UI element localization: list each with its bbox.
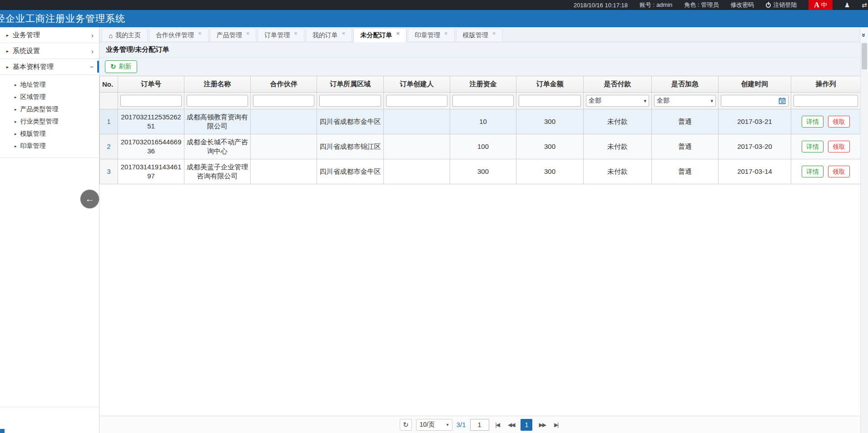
pagination-refresh-button[interactable]: ↻ — [400, 419, 412, 431]
chevron-down-icon: › — [89, 66, 96, 68]
sidebar-item-basic-data-mgmt[interactable]: ▸ 基本资料管理 › — [0, 59, 99, 75]
toolbar: ↻ 刷新 — [99, 58, 868, 76]
page-size-select[interactable]: 10/页 ▾ — [416, 419, 452, 431]
logout-link[interactable]: 注销登陆 — [766, 1, 797, 9]
bullet-icon: ▸ — [15, 144, 17, 148]
tab-seal-mgmt[interactable]: 印章管理 × — [408, 29, 455, 42]
filter-paid-select[interactable]: 全部 ▾ — [586, 95, 649, 107]
sidebar-item-business-mgmt[interactable]: ▸ 业务管理 › — [0, 27, 99, 43]
cell-region: 四川省成都市金牛区 — [317, 109, 384, 134]
language-zh: 中 — [821, 1, 827, 9]
filter-creator-input[interactable] — [386, 95, 447, 107]
sidebar-item-seal-mgmt[interactable]: ▸ 印章管理 — [0, 140, 99, 152]
close-icon[interactable]: × — [342, 30, 346, 37]
cell-reg-capital: 100 — [450, 134, 516, 159]
tab-label: 我的订单 — [312, 31, 338, 39]
sidebar-item-system-settings[interactable]: ▸ 系统设置 › — [0, 43, 99, 59]
cell-created: 2017-03-20 — [719, 134, 791, 159]
filter-reg-capital-input[interactable] — [452, 95, 514, 107]
tab-overflow-button[interactable]: » — [860, 28, 868, 42]
tab-my-orders[interactable]: 我的订单 × — [306, 29, 352, 42]
col-reg-capital: 注册资金 — [450, 76, 516, 93]
breadcrumb-text: 业务管理/未分配订单 — [106, 45, 169, 54]
cell-partner — [251, 134, 317, 159]
prev-page-button[interactable]: ◀◀ — [506, 422, 516, 428]
tab-label: 未分配订单 — [360, 31, 392, 39]
bullet-icon: ▸ — [15, 107, 17, 112]
current-page-button[interactable]: 1 — [521, 419, 532, 431]
logout-label: 注销登陆 — [773, 1, 797, 9]
last-page-button[interactable]: ▶| — [552, 422, 560, 428]
filter-reg-name-input[interactable] — [187, 95, 248, 107]
filter-amount-input[interactable] — [519, 95, 581, 107]
tab-product-mgmt[interactable]: 产品管理 × — [210, 29, 257, 42]
refresh-label: 刷新 — [119, 63, 132, 71]
refresh-button[interactable]: ↻ 刷新 — [105, 60, 137, 73]
cell-reg-capital: 10 — [450, 109, 516, 134]
close-icon[interactable]: × — [198, 30, 202, 37]
table-row[interactable]: 2 201703201654466936 成都金长城不动产咨询中心 四川省成都市… — [100, 134, 861, 159]
language-a: A — [814, 1, 819, 9]
claim-button[interactable]: 领取 — [828, 166, 850, 178]
col-created: 创建时间 — [719, 76, 791, 93]
detail-button[interactable]: 详情 — [802, 116, 823, 128]
change-password-link[interactable]: 修改密码 — [730, 1, 754, 9]
close-icon[interactable]: × — [396, 30, 400, 37]
close-icon[interactable]: × — [444, 30, 448, 37]
power-icon — [766, 3, 771, 8]
collapse-sidebar-button[interactable]: ← — [80, 190, 99, 208]
tab-unassigned-orders[interactable]: 未分配订单 × — [353, 28, 407, 42]
claim-button[interactable]: 领取 — [828, 141, 850, 153]
table-row[interactable]: 3 201703141914346197 成都美蓝子企业管理咨询有限公司 四川省… — [100, 159, 861, 184]
topbar: 2018/10/16 10:17:18 账号 : admin 角色 : 管理员 … — [0, 0, 868, 10]
filter-region-input[interactable] — [319, 95, 381, 107]
cell-region: 四川省成都市金牛区 — [317, 159, 384, 184]
tab-label: 我的主页 — [115, 31, 141, 39]
col-paid: 是否付款 — [584, 76, 652, 93]
col-creator: 订单创建人 — [384, 76, 450, 93]
filter-created-date-input[interactable] — [721, 95, 789, 107]
filter-actions-input[interactable] — [794, 95, 858, 107]
tab-partner-mgmt[interactable]: 合作伙伴管理 × — [149, 29, 208, 42]
first-page-button[interactable]: |◀ — [493, 422, 501, 428]
double-chevron-icon: » — [860, 33, 868, 37]
sidebar-item-template-mgmt[interactable]: ▸ 模版管理 — [0, 128, 99, 140]
detail-button[interactable]: 详情 — [802, 141, 823, 153]
col-no: No. — [100, 76, 118, 93]
detail-button[interactable]: 详情 — [802, 166, 823, 178]
sidebar-item-industry-type-mgmt[interactable]: ▸ 行业类型管理 — [0, 115, 99, 128]
claim-button[interactable]: 领取 — [828, 116, 850, 128]
caret-down-icon: ▾ — [710, 98, 713, 104]
filter-urgent-value: 全部 — [657, 97, 670, 105]
tab-template-mgmt[interactable]: 模版管理 × — [456, 29, 503, 42]
swap-icon[interactable]: ⇄ — [862, 1, 867, 9]
next-page-button[interactable]: ▶▶ — [536, 422, 547, 428]
sidebar-subitem-label: 产品类型管理 — [20, 105, 59, 113]
vertical-scrollbar[interactable] — [860, 42, 868, 433]
cell-amount: 300 — [516, 159, 584, 184]
page-number-input[interactable] — [470, 419, 489, 431]
breadcrumb: 业务管理/未分配订单 — [99, 42, 868, 58]
tab-order-mgmt[interactable]: 订单管理 × — [258, 29, 304, 42]
col-reg-name: 注册名称 — [184, 76, 251, 93]
main-layout: ▸ 业务管理 › ▸ 系统设置 › ▸ 基本资料管理 › ▸ 地址管理 ▸ 区域… — [0, 27, 868, 433]
cell-amount: 300 — [516, 134, 584, 159]
sidebar-item-region-mgmt[interactable]: ▸ 区域管理 — [0, 91, 99, 103]
theme-icon[interactable]: ♟ — [844, 1, 850, 9]
sidebar-item-address-mgmt[interactable]: ▸ 地址管理 — [0, 79, 99, 91]
tab-my-home[interactable]: ⌂ 我的主页 — [102, 29, 148, 42]
language-switch-button[interactable]: A 中 — [808, 0, 833, 10]
filter-urgent-select[interactable]: 全部 ▾ — [654, 95, 716, 107]
filter-order-no-input[interactable] — [120, 95, 182, 107]
scrollbar-thumb[interactable] — [862, 43, 867, 69]
close-icon[interactable]: × — [492, 30, 496, 37]
close-icon[interactable]: × — [294, 30, 298, 37]
datetime: 2018/10/16 10:17:18 — [574, 2, 628, 9]
filter-partner-input[interactable] — [253, 95, 314, 107]
table-row[interactable]: 1 201703211253526251 成都高顿教育资询有限公司 四川省成都市… — [100, 109, 861, 134]
sidebar-item-product-type-mgmt[interactable]: ▸ 产品类型管理 — [0, 103, 99, 115]
col-amount: 订单金额 — [516, 76, 584, 93]
close-icon[interactable]: × — [246, 30, 250, 37]
filter-no-cell — [100, 93, 118, 109]
sidebar-item-label: 业务管理 — [13, 31, 40, 39]
